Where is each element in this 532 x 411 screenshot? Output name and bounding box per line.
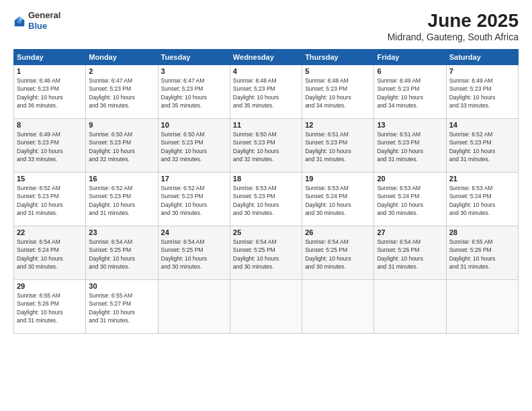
table-row: 9Sunrise: 6:50 AM Sunset: 5:23 PM Daylig…: [86, 119, 158, 173]
col-header-sunday: Sunday: [14, 50, 86, 65]
day-info: Sunrise: 6:49 AM Sunset: 5:23 PM Dayligh…: [17, 130, 83, 163]
logo-general: General: [28, 10, 60, 21]
table-row: 1Sunrise: 6:46 AM Sunset: 5:23 PM Daylig…: [14, 65, 86, 119]
day-info: Sunrise: 6:48 AM Sunset: 5:23 PM Dayligh…: [305, 77, 371, 109]
table-row: [230, 280, 302, 334]
col-header-tuesday: Tuesday: [158, 50, 230, 65]
table-row: 25Sunrise: 6:54 AM Sunset: 5:25 PM Dayli…: [230, 226, 302, 280]
calendar-title: June 2025: [388, 10, 519, 32]
day-number: 15: [17, 175, 83, 183]
day-number: 26: [305, 228, 371, 236]
table-row: 7Sunrise: 6:49 AM Sunset: 5:23 PM Daylig…: [446, 65, 518, 119]
calendar-header-row: SundayMondayTuesdayWednesdayThursdayFrid…: [14, 50, 519, 65]
day-number: 16: [89, 175, 154, 183]
day-number: 18: [233, 175, 299, 183]
table-row: 24Sunrise: 6:54 AM Sunset: 5:25 PM Dayli…: [158, 226, 230, 280]
day-number: 14: [449, 121, 515, 129]
calendar-subtitle: Midrand, Gauteng, South Africa: [388, 32, 519, 42]
table-row: 5Sunrise: 6:48 AM Sunset: 5:23 PM Daylig…: [302, 65, 374, 119]
day-info: Sunrise: 6:54 AM Sunset: 5:25 PM Dayligh…: [161, 238, 227, 271]
table-row: [302, 280, 374, 334]
table-row: 2Sunrise: 6:47 AM Sunset: 5:23 PM Daylig…: [86, 65, 158, 119]
day-number: 3: [161, 67, 227, 75]
day-info: Sunrise: 6:54 AM Sunset: 5:25 PM Dayligh…: [305, 238, 371, 271]
day-number: 21: [449, 175, 515, 183]
table-row: 10Sunrise: 6:50 AM Sunset: 5:23 PM Dayli…: [158, 119, 230, 173]
page: General Blue June 2025 Midrand, Gauteng,…: [0, 0, 532, 411]
table-row: [374, 280, 446, 334]
table-row: 3Sunrise: 6:47 AM Sunset: 5:23 PM Daylig…: [158, 65, 230, 119]
table-row: 19Sunrise: 6:53 AM Sunset: 5:24 PM Dayli…: [302, 173, 374, 226]
day-number: 28: [449, 228, 515, 236]
table-row: [158, 280, 230, 334]
day-number: 24: [161, 228, 227, 236]
day-info: Sunrise: 6:54 AM Sunset: 5:25 PM Dayligh…: [89, 238, 154, 271]
table-row: 8Sunrise: 6:49 AM Sunset: 5:23 PM Daylig…: [14, 119, 86, 173]
day-info: Sunrise: 6:51 AM Sunset: 5:23 PM Dayligh…: [305, 130, 371, 163]
table-row: 12Sunrise: 6:51 AM Sunset: 5:23 PM Dayli…: [302, 119, 374, 173]
col-header-thursday: Thursday: [302, 50, 374, 65]
day-info: Sunrise: 6:54 AM Sunset: 5:26 PM Dayligh…: [377, 238, 443, 271]
day-info: Sunrise: 6:48 AM Sunset: 5:23 PM Dayligh…: [233, 77, 299, 109]
day-info: Sunrise: 6:54 AM Sunset: 5:24 PM Dayligh…: [17, 238, 83, 271]
day-info: Sunrise: 6:49 AM Sunset: 5:23 PM Dayligh…: [449, 77, 515, 109]
day-number: 23: [89, 228, 154, 236]
week-row-1: 1Sunrise: 6:46 AM Sunset: 5:23 PM Daylig…: [14, 65, 519, 119]
day-number: 17: [161, 175, 227, 183]
day-number: 10: [161, 121, 227, 129]
day-info: Sunrise: 6:50 AM Sunset: 5:23 PM Dayligh…: [161, 130, 227, 163]
day-number: 6: [377, 67, 443, 75]
day-info: Sunrise: 6:47 AM Sunset: 5:23 PM Dayligh…: [161, 77, 227, 109]
day-info: Sunrise: 6:47 AM Sunset: 5:23 PM Dayligh…: [89, 77, 154, 109]
table-row: 22Sunrise: 6:54 AM Sunset: 5:24 PM Dayli…: [14, 226, 86, 280]
day-info: Sunrise: 6:52 AM Sunset: 5:23 PM Dayligh…: [17, 184, 83, 217]
day-info: Sunrise: 6:46 AM Sunset: 5:23 PM Dayligh…: [17, 77, 83, 109]
day-number: 13: [377, 121, 443, 129]
day-number: 29: [17, 282, 83, 290]
day-info: Sunrise: 6:54 AM Sunset: 5:25 PM Dayligh…: [233, 238, 299, 271]
logo-icon: [13, 15, 26, 28]
table-row: 20Sunrise: 6:53 AM Sunset: 5:24 PM Dayli…: [374, 173, 446, 226]
logo: General Blue: [13, 10, 60, 31]
table-row: 23Sunrise: 6:54 AM Sunset: 5:25 PM Dayli…: [86, 226, 158, 280]
table-row: 13Sunrise: 6:51 AM Sunset: 5:23 PM Dayli…: [374, 119, 446, 173]
table-row: 4Sunrise: 6:48 AM Sunset: 5:23 PM Daylig…: [230, 65, 302, 119]
table-row: 29Sunrise: 6:55 AM Sunset: 5:26 PM Dayli…: [14, 280, 86, 334]
col-header-monday: Monday: [86, 50, 158, 65]
table-row: 26Sunrise: 6:54 AM Sunset: 5:25 PM Dayli…: [302, 226, 374, 280]
day-info: Sunrise: 6:52 AM Sunset: 5:23 PM Dayligh…: [161, 184, 227, 217]
title-block: June 2025 Midrand, Gauteng, South Africa: [388, 10, 519, 42]
day-number: 8: [17, 121, 83, 129]
day-info: Sunrise: 6:55 AM Sunset: 5:26 PM Dayligh…: [449, 238, 515, 271]
week-row-5: 29Sunrise: 6:55 AM Sunset: 5:26 PM Dayli…: [14, 280, 519, 334]
table-row: 6Sunrise: 6:49 AM Sunset: 5:23 PM Daylig…: [374, 65, 446, 119]
day-info: Sunrise: 6:55 AM Sunset: 5:26 PM Dayligh…: [17, 291, 83, 324]
week-row-3: 15Sunrise: 6:52 AM Sunset: 5:23 PM Dayli…: [14, 173, 519, 226]
day-number: 22: [17, 228, 83, 236]
table-row: 16Sunrise: 6:52 AM Sunset: 5:23 PM Dayli…: [86, 173, 158, 226]
day-number: 19: [305, 175, 371, 183]
day-info: Sunrise: 6:53 AM Sunset: 5:24 PM Dayligh…: [305, 184, 371, 217]
day-info: Sunrise: 6:53 AM Sunset: 5:23 PM Dayligh…: [233, 184, 299, 217]
day-number: 5: [305, 67, 371, 75]
day-info: Sunrise: 6:49 AM Sunset: 5:23 PM Dayligh…: [377, 77, 443, 109]
header: General Blue June 2025 Midrand, Gauteng,…: [13, 10, 519, 42]
day-number: 2: [89, 67, 154, 75]
col-header-saturday: Saturday: [446, 50, 518, 65]
table-row: 14Sunrise: 6:52 AM Sunset: 5:23 PM Dayli…: [446, 119, 518, 173]
day-number: 27: [377, 228, 443, 236]
day-number: 7: [449, 67, 515, 75]
day-info: Sunrise: 6:55 AM Sunset: 5:27 PM Dayligh…: [89, 291, 154, 324]
table-row: 30Sunrise: 6:55 AM Sunset: 5:27 PM Dayli…: [86, 280, 158, 334]
day-number: 30: [89, 282, 154, 290]
day-number: 20: [377, 175, 443, 183]
day-number: 25: [233, 228, 299, 236]
table-row: 17Sunrise: 6:52 AM Sunset: 5:23 PM Dayli…: [158, 173, 230, 226]
day-info: Sunrise: 6:52 AM Sunset: 5:23 PM Dayligh…: [89, 184, 154, 217]
day-info: Sunrise: 6:50 AM Sunset: 5:23 PM Dayligh…: [89, 130, 154, 163]
day-number: 12: [305, 121, 371, 129]
table-row: 18Sunrise: 6:53 AM Sunset: 5:23 PM Dayli…: [230, 173, 302, 226]
table-row: [446, 280, 518, 334]
week-row-4: 22Sunrise: 6:54 AM Sunset: 5:24 PM Dayli…: [14, 226, 519, 280]
day-info: Sunrise: 6:50 AM Sunset: 5:23 PM Dayligh…: [233, 130, 299, 163]
